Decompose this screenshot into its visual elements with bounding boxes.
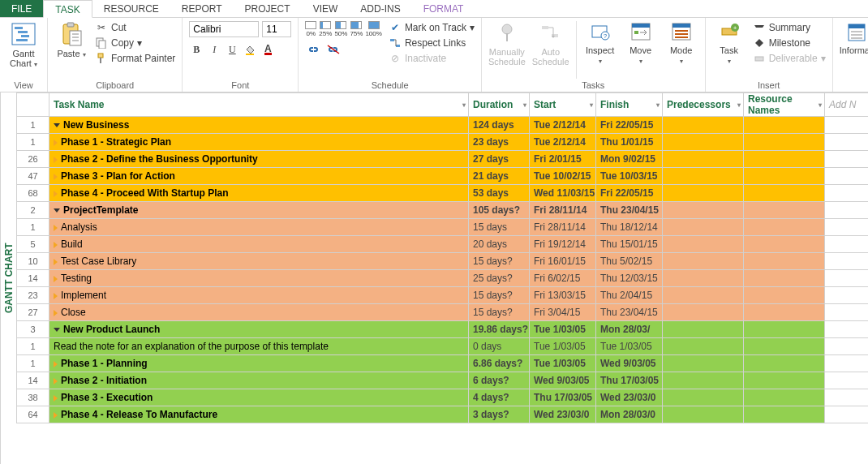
percent-25[interactable]: 25%	[319, 21, 332, 37]
task-grid[interactable]: Task Name▾ Duration▾ Start▾ Finish▾ Pred…	[16, 92, 868, 464]
cell-start[interactable]: Wed 11/03/15	[530, 185, 596, 202]
cell-predecessors[interactable]	[663, 355, 744, 372]
summary-button[interactable]: Summary	[753, 21, 826, 34]
cell-predecessors[interactable]	[663, 406, 744, 423]
copy-button[interactable]: Copy ▾	[95, 37, 175, 49]
tab-resource[interactable]: RESOURCE	[92, 0, 170, 17]
dropdown-icon[interactable]: ▾	[656, 101, 660, 109]
gantt-chart-vertical-label[interactable]: GANTT CHART	[0, 92, 16, 464]
cell-taskname[interactable]: Analysis	[49, 219, 469, 236]
tab-report[interactable]: REPORT	[170, 0, 234, 17]
cell-addnew[interactable]	[825, 185, 869, 202]
row-number[interactable]: 5	[17, 236, 49, 253]
cell-taskname[interactable]: ProjectTemplate	[49, 202, 469, 219]
task-row[interactable]: 14Testing25 days?Fri 6/02/15Thu 12/03/15	[17, 270, 869, 287]
cell-addnew[interactable]	[825, 389, 869, 406]
cell-taskname[interactable]: Phase 1 - Strategic Plan	[49, 134, 469, 151]
task-row[interactable]: 38Phase 3 - Execution4 days?Thu 17/03/05…	[17, 389, 869, 406]
task-row[interactable]: 1New Business124 daysTue 2/12/14Fri 22/0…	[17, 117, 869, 134]
cell-duration[interactable]: 19.86 days?	[469, 321, 530, 338]
expand-icon[interactable]	[54, 259, 58, 265]
cell-resourcenames[interactable]	[744, 117, 825, 134]
cell-resourcenames[interactable]	[744, 168, 825, 185]
task-row[interactable]: 5Build20 daysFri 19/12/14Thu 15/01/15	[17, 236, 869, 253]
cell-resourcenames[interactable]	[744, 372, 825, 389]
cell-finish[interactable]: Mon 28/03/0	[596, 406, 663, 423]
cell-start[interactable]: Tue 2/12/14	[530, 134, 596, 151]
col-start[interactable]: Start▾	[530, 93, 596, 117]
task-row[interactable]: 1Read the note for an explanation of the…	[17, 338, 869, 355]
tab-project[interactable]: PROJECT	[234, 0, 302, 17]
task-row[interactable]: 47Phase 3 - Plan for Action21 daysTue 10…	[17, 168, 869, 185]
cell-predecessors[interactable]	[663, 236, 744, 253]
expand-icon[interactable]	[54, 395, 58, 402]
dropdown-icon[interactable]: ▾	[819, 101, 822, 109]
row-number[interactable]: 1	[17, 355, 49, 372]
cell-resourcenames[interactable]	[744, 355, 825, 372]
cell-resourcenames[interactable]	[744, 304, 825, 321]
cell-addnew[interactable]	[825, 287, 869, 304]
cell-predecessors[interactable]	[663, 117, 744, 134]
cell-finish[interactable]: Fri 22/05/15	[596, 185, 663, 202]
cell-finish[interactable]: Thu 12/03/15	[596, 270, 663, 287]
gantt-chart-button[interactable]: Gantt Chart ▾	[6, 21, 41, 70]
cell-duration[interactable]: 124 days	[469, 117, 530, 134]
cell-finish[interactable]: Wed 9/03/05	[596, 355, 663, 372]
row-number[interactable]: 68	[17, 185, 49, 202]
cell-start[interactable]: Fri 13/03/15	[530, 287, 596, 304]
cell-duration[interactable]: 6 days?	[469, 372, 530, 389]
cell-resourcenames[interactable]	[744, 185, 825, 202]
tab-file[interactable]: FILE	[0, 0, 43, 17]
cell-duration[interactable]: 23 days	[469, 134, 530, 151]
cell-addnew[interactable]	[825, 168, 869, 185]
cell-start[interactable]: Fri 28/11/14	[530, 219, 596, 236]
percent-75[interactable]: 75%	[350, 21, 363, 37]
row-number[interactable]: 23	[17, 287, 49, 304]
cell-predecessors[interactable]	[663, 304, 744, 321]
cell-taskname[interactable]: Phase 1 - Planning	[49, 355, 469, 372]
cell-duration[interactable]: 105 days?	[469, 202, 530, 219]
cell-taskname[interactable]: Phase 4 - Release To Manufacture	[49, 406, 469, 423]
paste-button[interactable]: Paste ▾	[54, 21, 88, 60]
cell-predecessors[interactable]	[663, 389, 744, 406]
cell-taskname[interactable]: New Product Launch	[49, 321, 469, 338]
cell-duration[interactable]: 15 days?	[469, 253, 530, 270]
fill-color-button[interactable]	[243, 42, 257, 57]
cell-addnew[interactable]	[825, 202, 869, 219]
row-number[interactable]: 1	[17, 219, 49, 236]
percent-100[interactable]: 100%	[365, 21, 381, 37]
cell-duration[interactable]: 4 days?	[469, 389, 530, 406]
cell-resourcenames[interactable]	[744, 270, 825, 287]
cell-start[interactable]: Tue 10/02/15	[530, 168, 596, 185]
dropdown-icon[interactable]: ▾	[737, 101, 741, 109]
row-number[interactable]: 10	[17, 253, 49, 270]
cell-addnew[interactable]	[825, 304, 869, 321]
cell-resourcenames[interactable]	[744, 134, 825, 151]
cell-addnew[interactable]	[825, 355, 869, 372]
task-row[interactable]: 27Close15 days?Fri 3/04/15Thu 23/04/15	[17, 304, 869, 321]
cell-start[interactable]: Tue 1/03/05	[530, 338, 596, 355]
inactivate-button[interactable]: ⊘Inactivate	[389, 52, 475, 65]
task-row[interactable]: 1Phase 1 - Strategic Plan23 daysTue 2/12…	[17, 134, 869, 151]
cell-taskname[interactable]: Phase 3 - Plan for Action	[49, 168, 469, 185]
col-predecessors[interactable]: Predecessors▾	[663, 93, 744, 117]
dropdown-icon[interactable]: ▾	[590, 101, 593, 109]
format-painter-button[interactable]: Format Painter	[95, 52, 175, 65]
expand-icon[interactable]	[54, 361, 58, 367]
cell-finish[interactable]: Thu 2/04/15	[596, 287, 663, 304]
cell-duration[interactable]: 6.86 days?	[469, 355, 530, 372]
cell-finish[interactable]: Thu 5/02/15	[596, 253, 663, 270]
cell-predecessors[interactable]	[663, 134, 744, 151]
auto-schedule-button[interactable]: Auto Schedule	[532, 21, 569, 67]
cell-resourcenames[interactable]	[744, 389, 825, 406]
cell-predecessors[interactable]	[663, 202, 744, 219]
font-size-combo[interactable]	[262, 21, 291, 37]
font-color-button[interactable]: A	[260, 42, 275, 57]
cell-predecessors[interactable]	[663, 253, 744, 270]
manual-schedule-button[interactable]: Manually Schedule	[488, 21, 526, 67]
tab-view[interactable]: VIEW	[302, 0, 350, 17]
cell-taskname[interactable]: Build	[49, 236, 469, 253]
cell-addnew[interactable]	[825, 338, 869, 355]
task-row[interactable]: 26Phase 2 - Define the Business Opportun…	[17, 151, 869, 168]
tab-task[interactable]: TASK	[43, 0, 92, 18]
